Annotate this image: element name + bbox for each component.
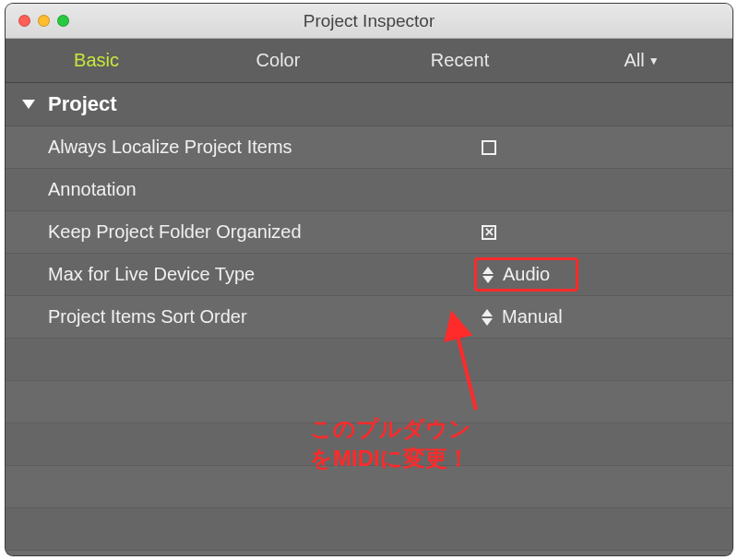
property-label: Keep Project Folder Organized (48, 221, 482, 243)
sort-order-stepper[interactable]: Manual (482, 306, 563, 328)
empty-row (6, 381, 732, 423)
tab-label: Recent (431, 50, 489, 71)
property-list: Always Localize Project Items Annotation… (6, 126, 732, 551)
disclosure-triangle-icon (22, 100, 35, 109)
property-label: Max for Live Device Type (48, 264, 482, 285)
stepper-arrows-icon (482, 309, 493, 326)
row-sort-order: Project Items Sort Order Manual (6, 296, 732, 339)
empty-row (6, 508, 732, 551)
empty-row (6, 339, 732, 381)
tab-label: All (624, 50, 644, 71)
checkbox-keep-organized[interactable] (482, 225, 496, 240)
checkbox-always-localize[interactable] (482, 140, 496, 155)
sort-order-value: Manual (502, 306, 563, 328)
section-header-project[interactable]: Project (6, 83, 732, 126)
row-device-type: Max for Live Device Type Audio (6, 254, 732, 296)
tab-basic[interactable]: Basic (6, 39, 187, 82)
tab-all[interactable]: All▼ (551, 39, 732, 82)
property-label: Annotation (48, 179, 482, 200)
close-icon[interactable] (18, 15, 30, 27)
minimize-icon[interactable] (38, 15, 50, 27)
titlebar: Project Inspector (6, 4, 732, 39)
tab-bar: Basic Color Recent All▼ (6, 39, 732, 83)
window-title: Project Inspector (6, 11, 732, 31)
traffic-lights (18, 15, 69, 27)
row-keep-organized: Keep Project Folder Organized (6, 211, 732, 254)
row-always-localize: Always Localize Project Items (6, 126, 732, 169)
empty-row (6, 423, 732, 466)
tab-color[interactable]: Color (187, 39, 369, 82)
tab-label: Color (256, 50, 301, 71)
device-type-stepper[interactable]: Audio (474, 257, 578, 292)
inspector-window: Project Inspector Basic Color Recent All… (6, 4, 732, 555)
row-annotation: Annotation (6, 169, 732, 211)
section-title: Project (48, 92, 117, 116)
empty-row (6, 466, 732, 508)
device-type-value: Audio (503, 264, 550, 285)
zoom-icon[interactable] (57, 15, 69, 27)
property-label: Project Items Sort Order (48, 306, 482, 328)
tab-label: Basic (74, 50, 119, 71)
chevron-down-icon: ▼ (649, 54, 660, 67)
tab-recent[interactable]: Recent (369, 39, 551, 82)
property-label: Always Localize Project Items (48, 137, 482, 158)
stepper-arrows-icon (482, 267, 494, 283)
